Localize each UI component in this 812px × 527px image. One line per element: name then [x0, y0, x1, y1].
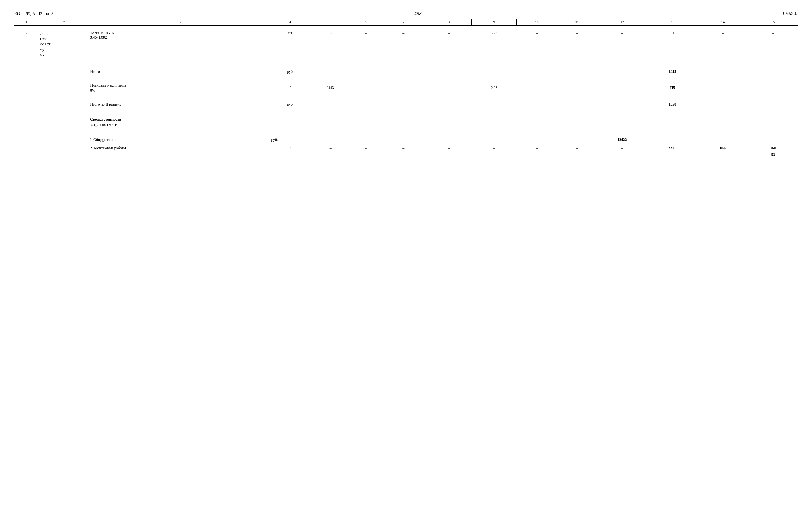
itogo-col12: [597, 59, 648, 75]
oborud-col7: –: [381, 128, 426, 143]
planov-empty-2: [39, 75, 89, 94]
cell-81-col10: –: [517, 26, 557, 59]
oborud-empty-1: [14, 128, 39, 143]
oborud-col9: –: [472, 128, 517, 143]
itogo2-unit: руб.: [270, 94, 310, 107]
col-header-4: 4: [270, 19, 310, 26]
montazh-col15: I60: [748, 143, 798, 151]
cell-81-col11: –: [557, 26, 597, 59]
montazh-col12: –: [597, 143, 648, 151]
planov-col6: –: [351, 75, 381, 94]
itogo-col8: [426, 59, 471, 75]
planov-col12: –: [597, 75, 648, 94]
itogo-empty-2: [39, 59, 89, 75]
oborud-col13: –: [648, 128, 698, 143]
itogo2-col9: [472, 94, 517, 107]
svodka-header-row: Сводка стоимостизатрат по смете: [14, 107, 798, 128]
col-header-15: 15: [748, 19, 798, 26]
table-wrapper: 1 2 3 4 5 6 7 8 9 10 11 12 13 14 15 8I 2…: [14, 19, 798, 158]
itogo2-row: Итого по II разделу руб. I558: [14, 94, 798, 107]
col-header-3: 3: [89, 19, 270, 26]
number-53-row: 53: [14, 151, 798, 158]
itogo2-empty-1: [14, 94, 39, 107]
svodka-empty-1: [14, 107, 39, 128]
svodka-empty-2: [39, 107, 89, 128]
cell-81-col7: –: [381, 26, 426, 59]
itogo-label: Итого: [89, 59, 270, 75]
itogo2-col10: [517, 94, 557, 107]
montazh-empty-2: [39, 143, 89, 151]
montazh-col5: –: [310, 143, 351, 151]
oborud-label: I. Оборудование: [89, 128, 270, 143]
itogo-col13: I443: [648, 59, 698, 75]
itogo-empty-1: [14, 59, 39, 75]
itogo-unit: руб.: [270, 59, 310, 75]
montazh-col14: II66: [698, 143, 748, 151]
oborud-col5: –: [310, 128, 351, 143]
planov-empty-1: [14, 75, 39, 94]
header-right: 19462.43: [782, 11, 798, 16]
cell-81-col12: –: [597, 26, 648, 59]
col-header-5: 5: [310, 19, 351, 26]
svodka-empty-rest: [270, 107, 798, 128]
col-header-10: 10: [517, 19, 557, 26]
number-53-value: 53: [748, 151, 798, 158]
page-header: 903-I-I99, Ал.I3.I,кн.5 —498— 19462.43: [14, 11, 798, 16]
oborud-col8: –: [426, 128, 471, 143]
montazh-col15-value: I60: [771, 146, 776, 150]
column-header-row: 1 2 3 4 5 6 7 8 9 10 11 12 13 14 15: [14, 19, 798, 26]
planov-col8: –: [426, 75, 471, 94]
oborud-empty-2: [39, 128, 89, 143]
cell-81-col5: 3: [310, 26, 351, 59]
itogo2-col13: I558: [648, 94, 698, 107]
montazh-col9: –: [472, 143, 517, 151]
header-left: 903-I-I99, Ал.I3.I,кн.5: [14, 11, 54, 16]
montazh-col11: –: [557, 143, 597, 151]
itogo2-col7: [381, 94, 426, 107]
cell-81-col13: II: [648, 26, 698, 59]
montazh-col7: –: [381, 143, 426, 151]
col-header-6: 6: [351, 19, 381, 26]
cell-81-col15: –: [748, 26, 798, 59]
itogo2-col11: [557, 94, 597, 107]
data-row-81: 8I 24-05I-390ССРСЦч.ут.5 То же, КСК-163,…: [14, 26, 798, 59]
montazh-row: 2. Монтажные работы " – – – – – – – – 44…: [14, 143, 798, 151]
col-header-1: 1: [14, 19, 39, 26]
itogo-col6: [351, 59, 381, 75]
col-header-13: 13: [648, 19, 698, 26]
itogo2-col6: [351, 94, 381, 107]
itogo2-label: Итого по II разделу: [89, 94, 270, 107]
itogo2-col5: [310, 94, 351, 107]
header-center: —498—: [410, 11, 426, 16]
itogo-col9: [472, 59, 517, 75]
oborud-col14: –: [698, 128, 748, 143]
number-53-empty: [14, 151, 748, 158]
col-header-14: 14: [698, 19, 748, 26]
cell-81-col14: –: [698, 26, 748, 59]
itogo2-col15: [748, 94, 798, 107]
montazh-unit: ": [270, 143, 310, 151]
col-header-12: 12: [597, 19, 648, 26]
col-header-11: 11: [557, 19, 597, 26]
col-header-9: 9: [472, 19, 517, 26]
oborud-col6: –: [351, 128, 381, 143]
planov-col5: I443: [310, 75, 351, 94]
cell-81-col4: шт.: [270, 26, 310, 59]
planov-col10: –: [517, 75, 557, 94]
itogo2-empty-2: [39, 94, 89, 107]
svodka-label: Сводка стоимостизатрат по смете: [89, 107, 270, 128]
cell-81-col6: –: [351, 26, 381, 59]
itogo2-col14: [698, 94, 748, 107]
oborud-col12: I2422: [597, 128, 648, 143]
planov-col14: [698, 75, 748, 94]
montazh-col8: –: [426, 143, 471, 151]
oborud-col11: –: [557, 128, 597, 143]
cell-81-col8: –: [426, 26, 471, 59]
itogo-col5: [310, 59, 351, 75]
oborud-col15: –: [748, 128, 798, 143]
planov-row: Плановые накопления8% " I443 – – – 0,08 …: [14, 75, 798, 94]
planov-label: Плановые накопления8%: [89, 75, 270, 94]
itogo2-col12: [597, 94, 648, 107]
cell-81-col3: То же, КСК-163,45×I,082=: [89, 26, 270, 59]
itogo-col14: [698, 59, 748, 75]
